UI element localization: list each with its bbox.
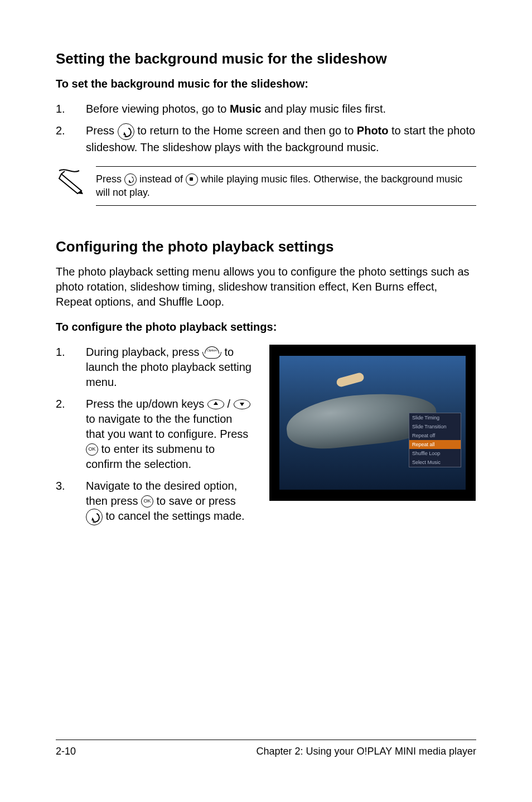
- note-text: Press instead of while playing music fil…: [96, 166, 476, 206]
- ok-icon: OK: [141, 495, 153, 508]
- list-item: 1. Before viewing photos, go to Music an…: [56, 102, 476, 117]
- step-body: Press the up/down keys / to navigate to …: [86, 397, 254, 472]
- menu-item: Shuffle Loop: [409, 449, 461, 458]
- section2-lead: To configure the photo playback settings…: [56, 320, 476, 335]
- menu-item: Slide Timing: [409, 413, 461, 422]
- section1-lead: To set the background music for the slid…: [56, 76, 476, 91]
- pencil-icon: [56, 166, 85, 195]
- step-body: Navigate to the desired option, then pre…: [86, 479, 254, 525]
- step-number: 1.: [56, 345, 86, 390]
- step-body: During playback, press Option to launch …: [86, 345, 254, 390]
- option-icon: Option: [202, 346, 221, 359]
- up-key-icon: [207, 399, 224, 409]
- return-icon: [118, 123, 134, 140]
- section2-intro: The photo playback setting menu allows y…: [56, 264, 476, 310]
- menu-item-selected: Repeat all: [409, 440, 461, 449]
- menu-item: Select Music: [409, 458, 461, 467]
- ok-icon: OK: [86, 443, 98, 456]
- return-icon: [86, 509, 103, 525]
- list-item: 2. Press to return to the Home screen an…: [56, 123, 476, 155]
- step-body: Press to return to the Home screen and t…: [86, 123, 476, 155]
- down-key-icon: [234, 399, 250, 409]
- step-number: 2.: [56, 123, 86, 155]
- list-item: 3. Navigate to the desired option, then …: [56, 479, 254, 525]
- section2-steps: 1. During playback, press Option to laun…: [56, 345, 254, 525]
- page-number: 2-10: [56, 746, 76, 757]
- menu-item: Slide Transition: [409, 422, 461, 431]
- stop-icon: [186, 173, 198, 186]
- settings-screenshot: Slide Timing Slide Transition Repeat off…: [269, 345, 476, 501]
- menu-item: Repeat off: [409, 431, 461, 440]
- chapter-label: Chapter 2: Using your O!PLAY MINI media …: [256, 746, 476, 757]
- section1-steps: 1. Before viewing photos, go to Music an…: [56, 102, 476, 155]
- list-item: 1. During playback, press Option to laun…: [56, 345, 254, 390]
- step-number: 1.: [56, 102, 86, 117]
- return-icon: [124, 173, 137, 186]
- step-number: 3.: [56, 479, 86, 525]
- page-footer: 2-10 Chapter 2: Using your O!PLAY MINI m…: [56, 740, 476, 757]
- svg-line-0: [61, 171, 65, 174]
- section1-heading: Setting the background music for the sli…: [56, 50, 476, 67]
- note-box: Press instead of while playing music fil…: [56, 166, 476, 206]
- step-number: 2.: [56, 397, 86, 472]
- playback-settings-menu: Slide Timing Slide Transition Repeat off…: [409, 413, 461, 467]
- section2-heading: Configuring the photo playback settings: [56, 238, 476, 255]
- list-item: 2. Press the up/down keys / to navigate …: [56, 397, 254, 472]
- step-body: Before viewing photos, go to Music and p…: [86, 102, 476, 117]
